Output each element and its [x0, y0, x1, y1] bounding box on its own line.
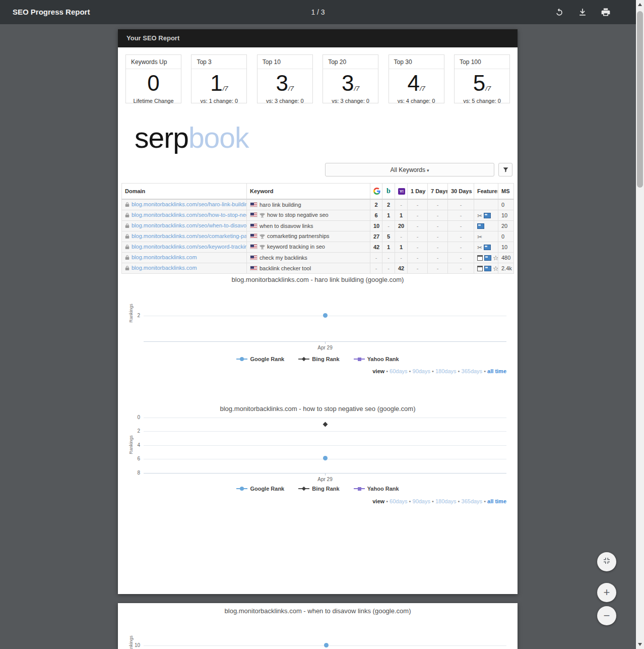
stat-card-suffix: /7 [288, 85, 294, 92]
print-icon[interactable] [601, 7, 612, 18]
domain-link[interactable]: blog.monitorbacklinks.com/seo/comarketin… [132, 233, 247, 239]
table-header-row: Domain Keyword b Y! 1 Day 7 Days 30 Days… [122, 184, 514, 200]
lock-icon [125, 202, 130, 208]
google-rank: 6 [370, 210, 382, 221]
rotate-icon[interactable] [554, 7, 565, 18]
us-flag-icon [250, 202, 257, 207]
view-60days-link[interactable]: 60days [390, 498, 407, 504]
domain-link[interactable]: blog.monitorbacklinks.com/seo/haro-link-… [132, 201, 247, 207]
zoom-out-button[interactable]: − [597, 606, 616, 625]
domain-link[interactable]: blog.monitorbacklinks.com/seo/how-to-sto… [132, 212, 247, 218]
change-30days: - [448, 253, 474, 263]
bing-rank: - [382, 253, 395, 263]
change-30days: - [448, 199, 474, 210]
col-header-7days: 7 Days [428, 184, 448, 200]
scroll-down-arrow-icon[interactable] [638, 643, 642, 646]
filter-button[interactable] [498, 163, 512, 176]
google-rank: 10 [370, 221, 382, 231]
features-cell: ☆ [474, 253, 498, 263]
keyword-text: keyword tracking in seo [267, 244, 325, 250]
lock-icon [125, 233, 130, 240]
features-cell: ✂ [474, 242, 498, 253]
change-30days: - [448, 221, 474, 231]
view-90days-link[interactable]: 90days [413, 498, 430, 504]
table-row: blog.monitorbacklinks.com/seo/keyword-tr… [122, 242, 514, 253]
view-label: view [372, 498, 384, 504]
zoom-in-button[interactable]: + [597, 583, 616, 602]
image-icon [484, 245, 491, 250]
domain-link[interactable]: blog.monitorbacklinks.com [132, 254, 197, 260]
change-7days: - [428, 242, 448, 253]
bing-rank: - [382, 263, 395, 274]
domain-link[interactable]: blog.monitorbacklinks.com [132, 265, 197, 271]
bing-marker-icon [298, 486, 309, 491]
features-cell: ☆ [474, 263, 498, 274]
stat-card-keywords-up: Keywords Up 0 Lifetime Change [125, 54, 181, 103]
change-1day: - [408, 263, 428, 274]
yahoo-marker-icon [354, 357, 365, 362]
stat-card-title: Top 3 [191, 55, 246, 69]
stat-card-title: Top 100 [455, 55, 509, 69]
trophy-icon [260, 234, 265, 240]
view-alltime-link[interactable]: all time [487, 368, 506, 374]
stat-card-value: 1 [210, 71, 222, 95]
download-icon[interactable] [577, 7, 589, 18]
fit-page-button[interactable] [597, 552, 616, 571]
table-row: blog.monitorbacklinks.com/seo/comarketin… [122, 231, 514, 242]
view-60days-link[interactable]: 60days [390, 368, 407, 374]
view-180days-link[interactable]: 180days [435, 368, 457, 374]
col-header-1day: 1 Day [408, 184, 428, 200]
change-30days: - [448, 242, 474, 253]
view-180days-link[interactable]: 180days [435, 498, 457, 504]
table-row: blog.monitorbacklinks.com check my backl… [122, 253, 514, 263]
view-90days-link[interactable]: 90days [413, 368, 430, 374]
stat-card-value: 3 [276, 71, 288, 95]
stat-card-caption: vs: 4 change: 0 [389, 98, 444, 104]
page-indicator[interactable]: 1 / 3 [0, 8, 636, 16]
scrollbar[interactable] [636, 0, 644, 649]
report-header: Your SEO Report [118, 29, 518, 47]
lock-icon [125, 212, 130, 219]
gridline [144, 445, 506, 446]
legend-bing-rank: Bing Rank [298, 486, 339, 492]
keyword-text: how to stop negative seo [267, 212, 329, 218]
all-keywords-dropdown[interactable]: All Keywords▾ [325, 163, 494, 176]
change-7days: - [428, 210, 448, 221]
view-365days-link[interactable]: 365days [462, 368, 483, 374]
domain-link[interactable]: blog.monitorbacklinks.com/seo/keyword-tr… [132, 244, 247, 250]
y-tick: 0 [132, 415, 140, 420]
lock-icon [125, 255, 130, 261]
scrollbar-thumb[interactable] [637, 11, 643, 188]
domain-link[interactable]: blog.monitorbacklinks.com/seo/when-to-di… [132, 222, 247, 228]
stat-card-title: Top 10 [257, 55, 312, 69]
x-tick-label: Apr 29 [313, 477, 337, 482]
scissors-icon: ✂ [477, 213, 482, 219]
keyword-text: comarketing partnerships [267, 233, 330, 239]
us-flag-icon [250, 223, 257, 228]
change-1day: - [408, 253, 428, 263]
stat-card-value: 3 [342, 71, 354, 95]
change-30days: - [448, 231, 474, 242]
trophy-icon [260, 213, 265, 219]
legend-yahoo-rank: Yahoo Rank [354, 486, 399, 492]
stat-card-caption: vs: 3 change: 0 [257, 98, 312, 104]
chart-legend: Google Rank Bing Rank Yahoo Rank [118, 486, 518, 492]
view-365days-link[interactable]: 365days [462, 498, 483, 504]
report-page-2: blog.monitorbacklinks.com - when to disa… [118, 603, 518, 649]
keyword-rank-table: Domain Keyword b Y! 1 Day 7 Days 30 Days… [121, 183, 514, 274]
scissors-icon: ✂ [477, 234, 482, 240]
fit-page-icon [602, 556, 611, 565]
table-row: blog.monitorbacklinks.com/seo/haro-link-… [122, 199, 514, 210]
image-icon [484, 255, 491, 261]
view-alltime-link[interactable]: all time [487, 498, 506, 504]
scissors-icon: ✂ [477, 245, 482, 251]
image-icon [477, 223, 484, 229]
scroll-up-arrow-icon[interactable] [638, 3, 642, 6]
change-7days: - [428, 253, 448, 263]
chart-title: blog.monitorbacklinks.com - haro link bu… [118, 276, 518, 283]
features-cell: ✂ [474, 210, 498, 221]
yahoo-rank: 20 [395, 221, 408, 231]
yahoo-rank: - [395, 253, 408, 263]
window-icon [477, 255, 483, 261]
change-1day: - [408, 231, 428, 242]
